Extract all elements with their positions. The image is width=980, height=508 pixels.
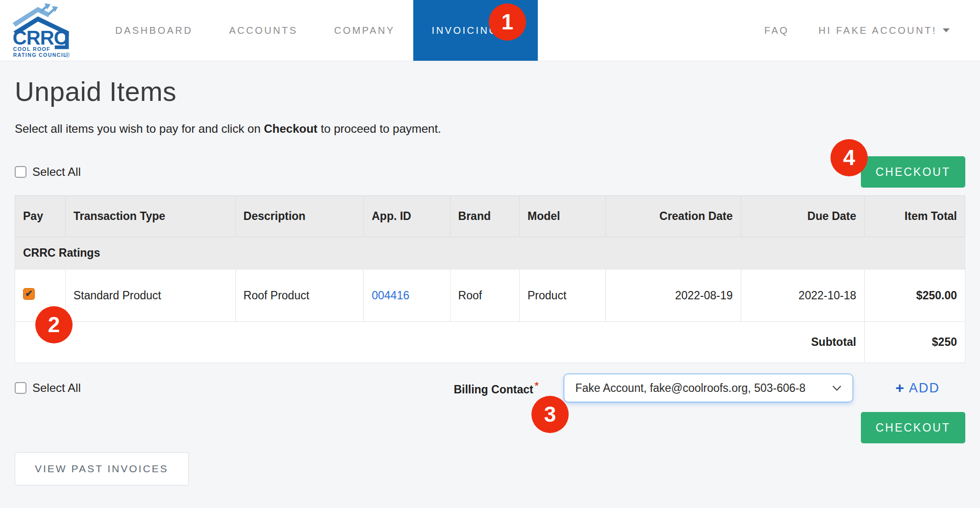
nav-item-faq[interactable]: FAQ — [764, 25, 789, 36]
add-label: ADD — [909, 381, 940, 396]
col-header-model: Model — [520, 196, 606, 237]
col-header-pay: Pay — [15, 196, 66, 237]
due-date-cell: 2022-10-18 — [741, 269, 864, 322]
instruction-text: Select all items you wish to pay for and… — [15, 122, 965, 136]
nav-invoicing-label: INVOICING — [432, 25, 499, 36]
page-title: Unpaid Items — [15, 76, 965, 107]
app-id-cell: 004416 — [364, 269, 450, 322]
toolbar-row: Select All CHECKOUT — [15, 156, 965, 188]
instruction-checkout-word: Checkout — [264, 122, 317, 135]
account-menu-label: HI FAKE ACCOUNT! — [818, 25, 937, 36]
annotation-step-2: 2 — [35, 306, 73, 343]
annotation-step-1: 1 — [489, 3, 526, 41]
select-all-label-bottom: Select All — [32, 381, 81, 395]
annotation-step-4: 4 — [830, 139, 868, 176]
billing-contact-selected-value: Fake Account, fake@coolroofs.org, 503-60… — [575, 382, 805, 395]
top-navbar: CRRC COOL ROOF RATING COUNCIL ® DASHBOAR… — [0, 0, 980, 61]
subtotal-row: Subtotal $250 — [15, 322, 965, 363]
item-total-cell: $250.00 — [864, 269, 965, 322]
required-asterisk: * — [535, 380, 539, 391]
col-header-description: Description — [235, 196, 364, 237]
select-all-top[interactable]: Select All — [15, 165, 81, 179]
col-header-brand: Brand — [450, 196, 519, 237]
col-header-item-total: Item Total — [864, 196, 965, 237]
billing-contact-select[interactable]: Fake Account, fake@coolroofs.org, 503-60… — [564, 374, 853, 402]
account-menu[interactable]: HI FAKE ACCOUNT! — [818, 25, 950, 36]
col-header-creation-date: Creation Date — [606, 196, 741, 237]
view-past-invoices-button[interactable]: VIEW PAST INVOICES — [15, 452, 189, 485]
col-header-due-date: Due Date — [741, 196, 864, 237]
crrc-logo-icon: CRRC COOL ROOF RATING COUNCIL ® — [11, 0, 73, 58]
app-id-link[interactable]: 004416 — [372, 289, 409, 302]
add-billing-contact-button[interactable]: + ADD — [895, 380, 940, 396]
col-header-transaction-type: Transaction Type — [65, 196, 235, 237]
logo-caption-line2: RATING COUNCIL — [13, 52, 67, 58]
checkout-button-top[interactable]: CHECKOUT — [861, 156, 965, 188]
annotation-step-3: 3 — [531, 396, 569, 433]
pay-checkbox[interactable] — [23, 288, 35, 300]
billing-contact-group: Billing Contact* Fake Account, fake@cool… — [453, 374, 965, 402]
select-all-checkbox-bottom[interactable] — [15, 382, 26, 394]
registered-mark: ® — [65, 52, 70, 58]
instruction-suffix: to proceed to payment. — [318, 122, 441, 135]
subtotal-value: $250 — [864, 322, 965, 363]
table-row: Standard Product Roof Product 004416 Roo… — [15, 269, 965, 322]
plus-icon: + — [895, 380, 904, 396]
billing-row: Select All Billing Contact* Fake Account… — [15, 374, 965, 402]
secondary-nav: FAQ HI FAKE ACCOUNT! — [764, 25, 980, 36]
subtotal-spacer — [15, 322, 741, 363]
transaction-type-cell: Standard Product — [65, 269, 235, 322]
checkout-button-bottom[interactable]: CHECKOUT — [861, 412, 965, 443]
select-all-bottom[interactable]: Select All — [15, 381, 81, 395]
select-all-label-top: Select All — [32, 165, 81, 179]
checkout-bottom-row: CHECKOUT — [15, 412, 965, 443]
primary-nav: DASHBOARD ACCOUNTS COMPANY INVOICING 1 — [97, 0, 538, 61]
unpaid-items-table: Pay Transaction Type Description App. ID… — [15, 195, 965, 363]
logo-caption-line1: COOL ROOF — [13, 47, 50, 52]
group-row-crrc-ratings: CRRC Ratings — [15, 237, 965, 269]
brand-cell: Roof — [450, 269, 519, 322]
billing-contact-label: Billing Contact* — [453, 380, 538, 396]
model-cell: Product — [520, 269, 606, 322]
group-label: CRRC Ratings — [15, 237, 965, 269]
main-content: Unpaid Items Select all items you wish t… — [0, 76, 980, 485]
crrc-logo[interactable]: CRRC COOL ROOF RATING COUNCIL ® — [11, 0, 73, 60]
nav-item-accounts[interactable]: ACCOUNTS — [211, 0, 316, 61]
nav-item-dashboard[interactable]: DASHBOARD — [97, 0, 211, 61]
subtotal-label: Subtotal — [741, 322, 864, 363]
chevron-down-icon — [943, 28, 950, 32]
nav-item-company[interactable]: COMPANY — [316, 0, 413, 61]
col-header-app-id: App. ID — [364, 196, 450, 237]
select-all-checkbox-top[interactable] — [15, 166, 26, 178]
description-cell: Roof Product — [235, 269, 364, 322]
table-header-row: Pay Transaction Type Description App. ID… — [15, 196, 965, 237]
creation-date-cell: 2022-08-19 — [606, 269, 741, 322]
instruction-prefix: Select all items you wish to pay for and… — [15, 122, 264, 135]
chevron-down-icon — [832, 385, 842, 391]
billing-contact-label-text: Billing Contact — [453, 383, 533, 395]
logo-acronym: CRRC — [13, 27, 68, 48]
